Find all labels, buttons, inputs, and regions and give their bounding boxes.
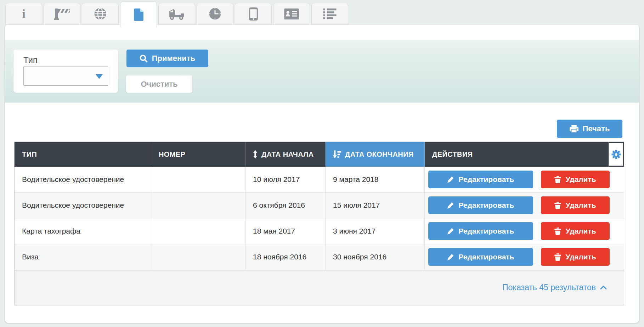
print-button-label: Печать xyxy=(583,124,610,133)
tab-globe[interactable] xyxy=(82,3,119,25)
column-header-label: ДАТА ОКОНЧАНИЯ xyxy=(345,150,414,159)
search-icon xyxy=(140,54,148,63)
delete-button-label: Удалить xyxy=(565,175,596,184)
cell-number xyxy=(151,218,245,244)
filter-type-card: Тип xyxy=(13,50,118,93)
cell-actions: Редактировать Удалить xyxy=(425,218,624,244)
cell-type: Водительское удостоверение xyxy=(15,167,151,192)
cell-start-date: 18 ноября 2016 xyxy=(245,244,326,270)
delete-button[interactable]: Удалить xyxy=(541,171,610,188)
table-row: Водительское удостоверение 10 июля 2017 … xyxy=(15,167,624,193)
cell-type: Водительское удостоверение xyxy=(15,193,151,218)
delete-button-label: Удалить xyxy=(565,253,596,261)
edit-button-label: Редактировать xyxy=(458,201,514,210)
column-header-number: НОМЕР xyxy=(151,142,245,167)
sort-both-icon xyxy=(253,150,258,159)
column-header-end-date[interactable]: ДАТА ОКОНЧАНИЯ xyxy=(326,142,425,167)
barrier-icon xyxy=(54,8,70,20)
column-header-type: ТИП xyxy=(15,142,151,167)
cell-start-date: 10 июля 2017 xyxy=(245,167,326,192)
tab-list[interactable] xyxy=(311,3,348,25)
pencil-icon xyxy=(447,228,454,235)
cell-number xyxy=(151,193,245,218)
pencil-icon xyxy=(447,202,454,209)
id-card-icon xyxy=(284,8,299,19)
column-header-label: ДАТА НАЧАЛА xyxy=(261,150,314,159)
edit-button[interactable]: Редактировать xyxy=(428,248,533,266)
cell-start-date: 18 мая 2017 xyxy=(245,218,326,244)
cell-actions: Редактировать Удалить xyxy=(425,244,624,270)
gear-box xyxy=(609,142,624,167)
edit-button[interactable]: Редактировать xyxy=(428,171,533,188)
cell-actions: Редактировать Удалить xyxy=(425,167,624,192)
type-filter-select[interactable] xyxy=(23,67,108,86)
table-settings-button[interactable] xyxy=(609,143,623,166)
edit-button-label: Редактировать xyxy=(458,227,514,235)
cell-end-date: 9 марта 2018 xyxy=(326,167,425,192)
edit-button-label: Редактировать xyxy=(458,175,514,184)
clear-button-label: Очистить xyxy=(141,80,177,89)
tab-id-card[interactable] xyxy=(273,3,310,25)
filter-band: Тип Применить Очистить xyxy=(5,40,639,103)
edit-button[interactable]: Редактировать xyxy=(428,222,533,240)
cell-actions: Редактировать Удалить xyxy=(425,193,624,218)
trash-icon xyxy=(554,202,561,209)
delete-button-label: Удалить xyxy=(565,227,596,235)
list-icon xyxy=(323,8,337,19)
cell-start-date: 6 октября 2016 xyxy=(245,193,326,218)
mobile-icon xyxy=(249,7,258,21)
column-header-label: НОМЕР xyxy=(159,150,185,159)
apply-button-label: Применить xyxy=(152,54,195,63)
type-filter-label: Тип xyxy=(23,55,38,65)
table-row: Водительское удостоверение 6 октября 201… xyxy=(15,193,624,218)
caret-down-icon xyxy=(96,74,103,79)
cell-end-date: 15 июля 2017 xyxy=(326,193,425,218)
table-footer: Показать 45 результатов xyxy=(15,270,624,305)
trash-icon xyxy=(554,253,561,261)
printer-icon xyxy=(570,125,578,133)
pencil-icon xyxy=(447,253,454,260)
sort-desc-icon xyxy=(333,150,341,159)
tab-clock[interactable] xyxy=(197,3,233,25)
table-row: Виза 18 ноября 2016 30 ноября 2016 Редак… xyxy=(15,244,624,270)
delete-button[interactable]: Удалить xyxy=(541,248,610,266)
truck-icon xyxy=(169,7,185,20)
info-icon: i xyxy=(22,7,26,20)
delete-button-label: Удалить xyxy=(565,201,596,210)
print-button[interactable]: Печать xyxy=(557,120,622,138)
cell-type: Виза xyxy=(15,244,151,270)
column-header-settings xyxy=(609,142,624,167)
tab-info[interactable]: i xyxy=(5,3,42,25)
column-header-label: ДЕЙСТВИЯ xyxy=(432,150,473,159)
tab-bar: i xyxy=(5,3,348,28)
globe-icon xyxy=(94,7,107,20)
documents-table: ТИП НОМЕР ДАТА НАЧАЛА xyxy=(14,142,624,305)
show-results-link[interactable]: Показать 45 результатов xyxy=(502,283,607,292)
pencil-icon xyxy=(447,176,454,183)
column-header-label: ТИП xyxy=(22,150,37,159)
column-header-start-date[interactable]: ДАТА НАЧАЛА xyxy=(245,142,326,167)
content-panel: Тип Применить Очистить Печать xyxy=(5,25,639,323)
cell-number xyxy=(151,167,245,192)
tab-documents[interactable] xyxy=(120,1,157,28)
cell-number xyxy=(151,244,245,270)
clear-button[interactable]: Очистить xyxy=(126,75,192,93)
tab-truck[interactable] xyxy=(158,3,195,25)
tab-mobile[interactable] xyxy=(235,3,272,25)
apply-button[interactable]: Применить xyxy=(126,50,208,67)
cell-end-date: 30 ноября 2016 xyxy=(326,244,425,270)
table-header-row: ТИП НОМЕР ДАТА НАЧАЛА xyxy=(15,142,624,167)
trash-icon xyxy=(554,228,561,235)
delete-button[interactable]: Удалить xyxy=(541,222,610,240)
edit-button[interactable]: Редактировать xyxy=(428,196,533,214)
tab-barrier[interactable] xyxy=(44,3,80,25)
chevron-up-icon xyxy=(600,285,607,290)
table-row: Карта тахографа 18 мая 2017 3 июня 2017 … xyxy=(15,218,624,244)
edit-button-label: Редактировать xyxy=(458,253,514,261)
trash-icon xyxy=(554,176,561,183)
show-results-label: Показать 45 результатов xyxy=(502,283,596,292)
column-header-actions: ДЕЙСТВИЯ xyxy=(425,142,609,167)
cell-type: Карта тахографа xyxy=(15,218,151,244)
gear-icon xyxy=(611,150,621,159)
delete-button[interactable]: Удалить xyxy=(541,196,610,214)
